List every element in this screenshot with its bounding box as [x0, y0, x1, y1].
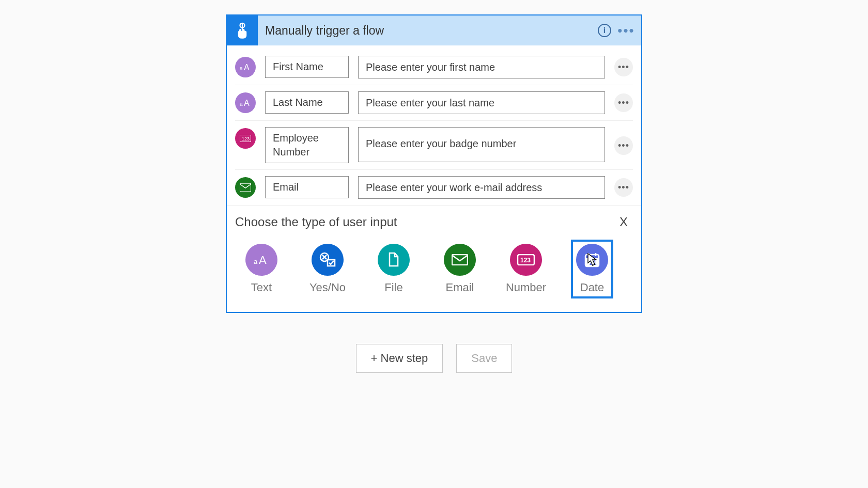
number-icon: 123: [235, 128, 256, 149]
trigger-header[interactable]: Manually trigger a flow i •••: [227, 15, 641, 45]
option-label: Date: [580, 281, 604, 294]
input-name-field[interactable]: First Name: [265, 56, 349, 78]
input-type-text[interactable]: aA Text: [240, 240, 283, 298]
input-menu-button[interactable]: •••: [614, 58, 633, 76]
input-prompt-field[interactable]: [358, 56, 605, 78]
input-rows: aA First Name ••• aA Last Name ••• 123 E…: [227, 45, 641, 205]
input-type-date[interactable]: 21 Date: [571, 240, 613, 298]
dots-horizontal-icon: •••: [618, 62, 629, 72]
file-icon: [378, 244, 410, 276]
input-prompt-field[interactable]: [358, 91, 605, 114]
calendar-icon: 21: [576, 244, 608, 276]
input-name-field[interactable]: Last Name: [265, 91, 349, 114]
footer-actions: + New step Save: [356, 344, 513, 373]
trigger-title: Manually trigger a flow: [258, 24, 594, 38]
email-icon: [235, 177, 256, 198]
dots-horizontal-icon: •••: [618, 141, 629, 150]
svg-text:a: a: [240, 101, 243, 107]
dots-horizontal-icon: •••: [618, 98, 629, 107]
dots-horizontal-icon: •••: [618, 183, 629, 192]
text-icon: aA: [245, 244, 277, 276]
option-label: Yes/No: [309, 281, 346, 294]
chooser-close-button[interactable]: X: [614, 213, 633, 231]
input-type-chooser: Choose the type of user input X aA Text: [227, 205, 641, 312]
input-type-email[interactable]: Email: [439, 240, 481, 298]
text-icon: aA: [235, 92, 256, 113]
input-row: aA First Name •••: [235, 50, 633, 85]
svg-rect-8: [240, 183, 251, 192]
svg-text:21: 21: [590, 259, 597, 266]
dots-horizontal-icon: •••: [617, 24, 634, 37]
svg-text:a: a: [254, 258, 258, 265]
yesno-icon: [312, 244, 344, 276]
input-type-yesno[interactable]: Yes/No: [306, 240, 349, 298]
option-label: Text: [251, 281, 272, 294]
input-row: Email •••: [235, 170, 633, 205]
save-button[interactable]: Save: [456, 344, 512, 373]
chooser-heading: Choose the type of user input: [235, 215, 397, 229]
input-menu-button[interactable]: •••: [614, 136, 633, 155]
number-icon: 123: [510, 244, 542, 276]
option-label: Number: [506, 281, 546, 294]
input-row: 123 Employee Number •••: [235, 121, 633, 170]
input-type-file[interactable]: File: [373, 240, 415, 298]
manual-trigger-icon: [227, 15, 258, 45]
svg-text:123: 123: [242, 136, 250, 141]
option-label: Email: [445, 281, 474, 294]
text-icon: aA: [235, 57, 256, 77]
svg-text:A: A: [259, 254, 267, 266]
input-prompt-field[interactable]: [358, 127, 605, 162]
input-row: aA Last Name •••: [235, 85, 633, 121]
option-label: File: [384, 281, 402, 294]
svg-text:A: A: [244, 99, 250, 107]
svg-text:a: a: [240, 66, 243, 71]
input-name-field[interactable]: Employee Number: [265, 127, 349, 163]
input-menu-button[interactable]: •••: [614, 178, 633, 197]
svg-text:A: A: [244, 63, 250, 72]
input-prompt-field[interactable]: [358, 176, 605, 199]
input-type-number[interactable]: 123 Number: [505, 240, 547, 298]
info-icon: i: [598, 24, 611, 37]
email-icon: [444, 244, 476, 276]
trigger-card: Manually trigger a flow i ••• aA First N…: [226, 14, 642, 313]
svg-text:123: 123: [520, 257, 531, 264]
info-button[interactable]: i: [594, 20, 615, 41]
new-step-button[interactable]: + New step: [356, 344, 443, 373]
input-menu-button[interactable]: •••: [614, 93, 633, 112]
input-name-field[interactable]: Email: [265, 176, 349, 198]
trigger-menu-button[interactable]: •••: [615, 20, 637, 41]
